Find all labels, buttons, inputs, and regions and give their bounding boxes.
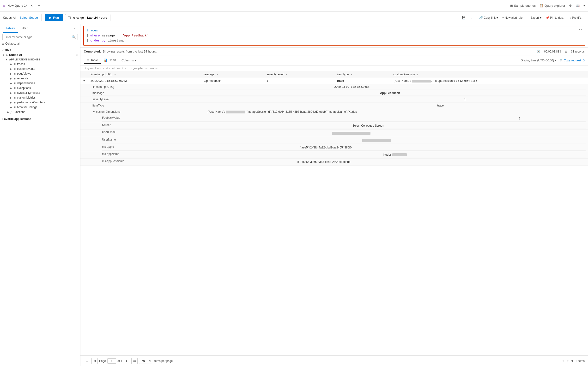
sub-field-value-appname: Kudos bbox=[381, 152, 586, 158]
search-input[interactable] bbox=[5, 36, 70, 39]
expander-icon: ▶ bbox=[7, 111, 10, 114]
filter-timestamp-icon[interactable]: ▼ bbox=[114, 73, 116, 76]
table-tab-icon: ⊞ bbox=[87, 58, 89, 62]
field-value-timestamp: 2020-03-10T11:51:55.366Z bbox=[322, 84, 586, 90]
more-button[interactable]: ▾ bbox=[583, 4, 585, 8]
sidebar-item-traces[interactable]: ▶ ⊞ traces bbox=[0, 62, 80, 66]
row-expand-icon[interactable]: ▼ bbox=[83, 79, 86, 82]
filter-message-icon[interactable]: ▼ bbox=[216, 73, 219, 76]
th-expand bbox=[80, 71, 88, 78]
query-collapse-button[interactable]: ⌃⌃ bbox=[579, 28, 583, 32]
pagination-bar: ⏮ ◀ Page of 1 ▶ ⏭ 10 25 50 100 items per… bbox=[80, 355, 588, 366]
tab-table[interactable]: ⊞ Table bbox=[84, 57, 101, 64]
expander-icon: ▶ bbox=[10, 106, 13, 109]
total-items-label: 1 - 31 of 31 items bbox=[562, 359, 585, 363]
book-button[interactable]: 📖 bbox=[576, 4, 580, 8]
add-tab-button[interactable]: + bbox=[36, 2, 42, 9]
display-time-button[interactable]: Display time (UTC+00:00) ▾ bbox=[521, 59, 556, 62]
sidebar-item-requests[interactable]: ▶ ⊞ requests bbox=[0, 76, 80, 81]
tab-close-icon[interactable]: ✕ bbox=[30, 4, 33, 8]
active-section-header: Active bbox=[0, 46, 80, 53]
collapse-all-button[interactable]: ⊟ Collapse all bbox=[0, 41, 80, 46]
expand-detail-severity: severityLevel1 bbox=[80, 96, 588, 103]
sidebar-collapse-button[interactable]: « bbox=[72, 24, 77, 33]
of-label: of 1 bbox=[118, 359, 122, 363]
field-value-message: App Feedback bbox=[368, 91, 586, 96]
sidebar-item-functions[interactable]: ▶ 𝑓 Functions bbox=[0, 110, 80, 114]
search-box: 🔍 bbox=[2, 34, 78, 40]
table-icon: ⊞ bbox=[13, 82, 16, 85]
pin-to-dashboard-button[interactable]: 📌 Pin to das... bbox=[544, 15, 567, 21]
sub-expand-icon[interactable]: ▼ bbox=[93, 110, 95, 114]
table-row: ▼ 3/10/2020, 11:51:55.366 AM App Feedbac… bbox=[80, 78, 588, 84]
query-explorer-button[interactable]: 📋 Query explorer bbox=[540, 4, 565, 8]
th-timestamp: timestamp [UTC] ▼ bbox=[88, 71, 200, 78]
more-options-button[interactable]: ... bbox=[468, 15, 474, 21]
table-body: ▼ 3/10/2020, 11:51:55.366 AM App Feedbac… bbox=[80, 78, 588, 166]
expander-icon: ▶ bbox=[10, 92, 13, 94]
records-count: 31 records bbox=[571, 50, 585, 53]
toolbar: Kudos-AI Select Scope ▶ Run Time range :… bbox=[0, 12, 588, 24]
collapse-all-icon: ⊟ bbox=[2, 42, 4, 45]
time-range-button[interactable]: Time range : Last 24 hours bbox=[65, 14, 110, 21]
field-name-severity: severityLevel bbox=[93, 97, 452, 102]
prev-page-button[interactable]: ◀ bbox=[92, 358, 98, 364]
star-icon[interactable]: ☆ bbox=[76, 53, 78, 57]
results-toolbar: ⊞ Table 📊 Chart Columns ▾ Display time (… bbox=[80, 55, 588, 65]
items-per-page-select[interactable]: 10 25 50 100 bbox=[139, 358, 152, 364]
sidebar-item-dependencies[interactable]: ▶ ⊞ dependencies bbox=[0, 81, 80, 86]
tab-tables[interactable]: Tables bbox=[3, 24, 18, 33]
sample-queries-icon: ⊞ bbox=[510, 4, 513, 8]
prettify-button[interactable]: ≡ Prettify... bbox=[568, 15, 585, 21]
table-icon: ⊞ bbox=[13, 87, 16, 90]
last-page-button[interactable]: ⏭ bbox=[131, 358, 138, 364]
save-icon: 💾 bbox=[462, 16, 466, 19]
sidebar-content: Active ▼ ◈ Kudos-AI ☆ ▼ APPLICATION INSI… bbox=[0, 46, 80, 366]
sidebar-item-browserTimings[interactable]: ▶ ⊞ browserTimings bbox=[0, 105, 80, 110]
sidebar-item-app-insights[interactable]: ▼ APPLICATION INSIGHTS bbox=[0, 57, 80, 62]
sample-queries-button[interactable]: ⊞ Sample queries bbox=[510, 4, 536, 8]
field-name-itemtype: itemType bbox=[93, 103, 425, 108]
tab-filter[interactable]: Filter bbox=[18, 24, 31, 33]
expander-icon: ▼ bbox=[2, 54, 5, 56]
expander-icon: ▶ bbox=[10, 82, 13, 85]
table-icon: ⊞ bbox=[13, 77, 16, 80]
cell-timestamp: 3/10/2020, 11:51:55.366 AM bbox=[88, 78, 200, 84]
copy-link-button[interactable]: 🔗 Copy link ▾ bbox=[477, 15, 500, 21]
ellipsis-icon: ... bbox=[470, 16, 472, 19]
table-icon: ⊞ bbox=[565, 50, 567, 53]
sub-field-name-screen: Screen bbox=[102, 123, 350, 129]
copy-request-id-button[interactable]: 📋 Copy request ID bbox=[559, 59, 585, 62]
filter-itemtype-icon[interactable]: ▼ bbox=[351, 73, 353, 76]
tab-title: New Query 1* bbox=[8, 4, 27, 8]
new-alert-rule-button[interactable]: + New alert rule bbox=[500, 15, 524, 21]
columns-button[interactable]: Columns ▾ bbox=[119, 57, 139, 63]
sidebar-item-kudos-ai[interactable]: ▼ ◈ Kudos-AI ☆ bbox=[0, 53, 80, 57]
save-button[interactable]: 💾 bbox=[460, 15, 468, 21]
sidebar-item-performanceCounters[interactable]: ▶ ⊞ performanceCounters bbox=[0, 100, 80, 105]
sidebar-item-pageViews[interactable]: ▶ ⊞ pageViews bbox=[0, 71, 80, 76]
sidebar-item-availabilityResults[interactable]: ▶ ⊞ availabilityResults bbox=[0, 91, 80, 95]
sidebar-item-customMetrics[interactable]: ▶ ⊞ customMetrics bbox=[0, 95, 80, 100]
next-page-button[interactable]: ▶ bbox=[124, 358, 130, 364]
first-page-button[interactable]: ⏮ bbox=[84, 358, 90, 364]
top-bar: ◈ New Query 1* ✕ + ⊞ Sample queries 📋 Qu… bbox=[0, 0, 588, 12]
tab-chart[interactable]: 📊 Chart bbox=[101, 57, 119, 64]
table-icon: ⊞ bbox=[13, 63, 16, 66]
sidebar-item-customEvents[interactable]: ▶ ⊞ customEvents bbox=[0, 66, 80, 71]
status-completed: Completed. bbox=[84, 50, 101, 53]
page-input[interactable] bbox=[107, 358, 116, 364]
field-name-timestamp: timestamp [UTC] bbox=[93, 84, 322, 90]
query-editor[interactable]: traces | where message == "App Feedback"… bbox=[83, 26, 585, 46]
sub-field-value-useremail bbox=[330, 130, 586, 136]
app-icon: ◈ bbox=[3, 4, 6, 8]
clock-icon: 🕐 bbox=[537, 50, 540, 53]
filter-severity-icon[interactable]: ▼ bbox=[285, 73, 288, 76]
run-button[interactable]: ▶ Run bbox=[45, 14, 63, 21]
export-button[interactable]: → Export ▾ bbox=[525, 15, 543, 21]
sidebar-item-exceptions[interactable]: ▶ ⊞ exceptions bbox=[0, 86, 80, 91]
settings-button[interactable]: ⚙ bbox=[569, 4, 572, 8]
toolbar-actions: 💾 ... 🔗 Copy link ▾ + New alert rule → E… bbox=[460, 15, 585, 21]
select-scope-button[interactable]: Select Scope bbox=[19, 16, 38, 19]
status-text: Showing results from the last 24 hours. bbox=[103, 50, 157, 53]
